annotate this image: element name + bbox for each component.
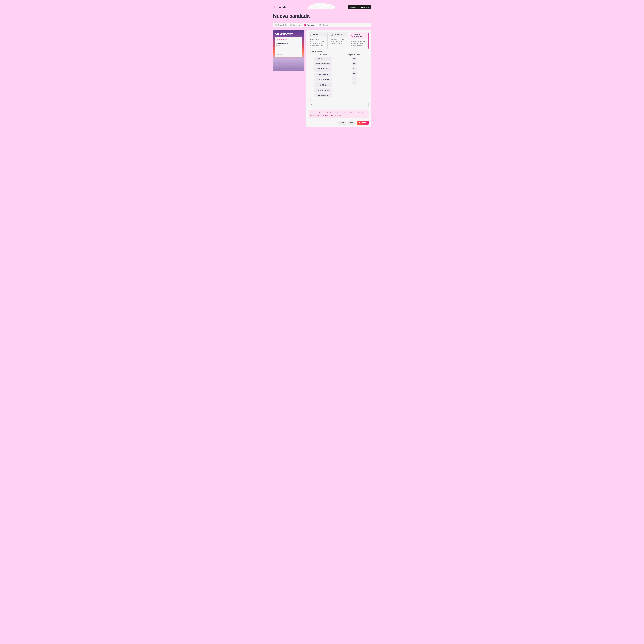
credential-chip[interactable]: Github repository commits xyxy=(314,67,332,72)
mode-description: Members can join my group if they fit th… xyxy=(329,37,348,49)
gear-icon xyxy=(351,35,353,37)
chain-tag: off-chain xyxy=(279,39,287,41)
step-summary[interactable]: 4Summary xyxy=(319,24,329,26)
step-access-mode[interactable]: 3Access mode xyxy=(304,24,316,26)
mode-title: Manual xyxy=(313,34,326,36)
step-number: 2 xyxy=(290,24,292,26)
continue-button[interactable]: Continue xyxy=(357,121,369,125)
svg-point-7 xyxy=(352,35,353,36)
logo-icon xyxy=(273,6,276,9)
logo-icon xyxy=(276,39,278,41)
selected-pill: selected xyxy=(363,35,367,36)
member-count-label: members xyxy=(276,54,301,56)
stepper: 1General info›2Group size›3Access mode›4… xyxy=(273,23,371,27)
brand-logo[interactable]: bandada xyxy=(273,6,286,9)
chevron-right-icon: › xyxy=(302,24,302,26)
brand-name: bandada xyxy=(277,6,286,9)
step-number: 4 xyxy=(319,24,322,26)
preview-heading: Group preview xyxy=(273,30,304,37)
preview-inner-card: off-chain Off-chain group This is a desc… xyxy=(275,37,302,57)
operator-chip[interactable]: ) xyxy=(352,81,357,85)
step-group-size[interactable]: 2Group size xyxy=(290,24,300,26)
chevron-right-icon: › xyxy=(288,24,288,26)
operator-chip[interactable]: XOR xyxy=(352,71,357,75)
credential-chip[interactable]: Github followers xyxy=(314,57,332,61)
expression-label: Expression xyxy=(309,99,369,101)
pencil-icon xyxy=(310,34,312,36)
access-mode-multiple[interactable]: Multiple credentialsselectedMembers can … xyxy=(350,32,369,49)
group-name: Off-chain group xyxy=(276,42,301,44)
credential-chip[interactable]: Blockchain balance xyxy=(314,88,332,92)
step-label: Group size xyxy=(293,24,300,26)
step-number: 1 xyxy=(275,24,277,26)
choose-credentials-label: Choose credentials xyxy=(309,51,369,53)
operator-chip[interactable]: NOT xyxy=(352,67,357,70)
expression-box[interactable]: No expression yet xyxy=(309,102,369,108)
operators-heading: Logical Operators xyxy=(340,54,369,56)
step-label: Summary xyxy=(323,24,329,26)
mode-description: Members can join my group if they fit th… xyxy=(350,39,368,49)
credential-chip[interactable]: Eas attestations xyxy=(314,93,332,97)
credentials-heading: Credentials xyxy=(309,54,337,56)
credential-chip[interactable]: Blockchain transactions xyxy=(314,82,332,87)
wallet-badge[interactable]: Connected as 0xCd04...180F xyxy=(348,5,371,9)
svg-point-6 xyxy=(332,35,332,35)
gear-icon xyxy=(331,34,333,36)
back-button[interactable]: Back xyxy=(348,121,355,125)
credential-chip[interactable]: Twitter following user xyxy=(314,78,332,81)
step-general-info[interactable]: 1General info xyxy=(275,24,287,26)
step-number: 3 xyxy=(304,24,306,26)
group-description: This is a description xyxy=(276,45,301,47)
member-count: 0 xyxy=(276,52,301,54)
group-preview-card: Group preview off-chain Off-chain group … xyxy=(273,30,304,71)
operator-chip[interactable]: OR xyxy=(352,62,357,66)
access-mode-credentials[interactable]: CredentialsMembers can join my group if … xyxy=(329,32,348,49)
step-label: General info xyxy=(278,24,287,26)
operator-chip[interactable]: ( xyxy=(352,76,357,80)
clear-button[interactable]: Clear xyxy=(338,121,346,125)
step-label: Access mode xyxy=(307,24,316,26)
operator-chip[interactable]: AND xyxy=(352,57,357,61)
mode-description: I'll add members by pasting in their ide… xyxy=(309,37,327,49)
mode-title: Credentials xyxy=(334,34,346,36)
chevron-right-icon: › xyxy=(317,24,318,26)
page-title: Nueva bandada xyxy=(273,13,371,19)
access-mode-manual[interactable]: ManualI'll add members by pasting in the… xyxy=(309,32,328,49)
credential-chip[interactable]: Github personal stars xyxy=(314,62,332,66)
credential-chip[interactable]: Twitter followers xyxy=(314,73,332,77)
mode-title: Multiple credentials xyxy=(354,34,362,37)
disclaimer-text: Disclaimer: We will use a bit of your me… xyxy=(309,110,369,118)
main-panel: ManualI'll add members by pasting in the… xyxy=(306,30,371,127)
